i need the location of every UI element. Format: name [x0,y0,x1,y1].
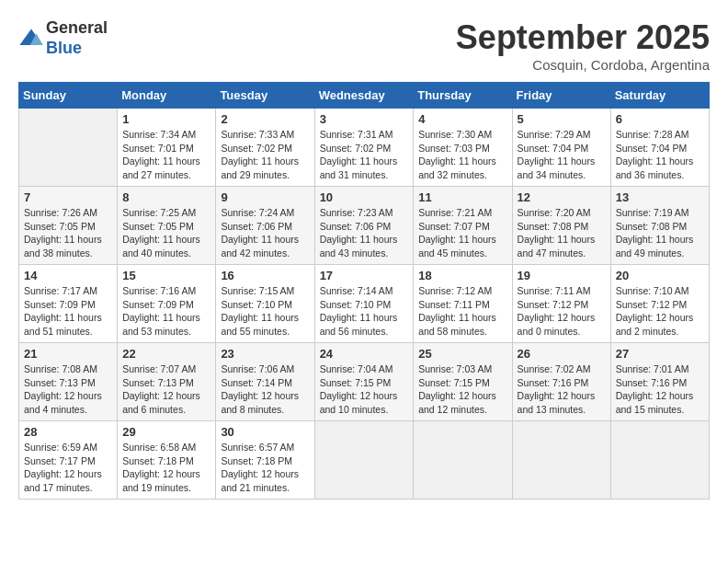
day-info: Sunrise: 7:31 AMSunset: 7:02 PMDaylight:… [320,128,409,182]
day-info: Sunrise: 7:23 AMSunset: 7:06 PMDaylight:… [320,206,409,260]
calendar-cell: 4Sunrise: 7:30 AMSunset: 7:03 PMDaylight… [414,109,512,187]
day-number: 6 [616,112,704,126]
day-info: Sunrise: 7:15 AMSunset: 7:10 PMDaylight:… [221,284,309,339]
day-number: 24 [320,347,409,361]
day-number: 8 [122,190,210,204]
day-info: Sunrise: 7:14 AMSunset: 7:10 PMDaylight:… [320,284,409,339]
day-number: 18 [418,269,506,282]
calendar-cell: 28Sunrise: 6:59 AMSunset: 7:17 PMDayligh… [19,421,118,500]
calendar-cell: 30Sunrise: 6:57 AMSunset: 7:18 PMDayligh… [216,421,314,500]
calendar-cell: 14Sunrise: 7:17 AMSunset: 7:09 PMDayligh… [19,265,118,343]
day-info: Sunrise: 7:06 AMSunset: 7:14 PMDaylight:… [221,362,309,417]
day-number: 15 [122,269,210,282]
weekday-header-friday: Friday [512,83,610,109]
week-row-3: 14Sunrise: 7:17 AMSunset: 7:09 PMDayligh… [19,265,710,343]
calendar-cell: 13Sunrise: 7:19 AMSunset: 7:08 PMDayligh… [610,187,709,265]
page-header: General Blue September 2025 Cosquin, Cor… [18,18,710,73]
day-number: 7 [24,190,112,204]
day-number: 29 [122,425,210,439]
day-info: Sunrise: 7:04 AMSunset: 7:15 PMDaylight:… [320,362,409,417]
weekday-header-sunday: Sunday [19,83,118,109]
calendar-cell [610,421,709,500]
logo-general-text: General [46,18,108,39]
day-info: Sunrise: 7:34 AMSunset: 7:01 PMDaylight:… [122,128,210,182]
day-info: Sunrise: 7:21 AMSunset: 7:07 PMDaylight:… [418,206,506,260]
location-text: Cosquin, Cordoba, Argentina [456,57,710,73]
day-info: Sunrise: 7:26 AMSunset: 7:05 PMDaylight:… [24,206,112,260]
calendar-cell [512,421,610,500]
calendar-cell: 6Sunrise: 7:28 AMSunset: 7:04 PMDaylight… [610,109,709,187]
day-number: 2 [221,112,309,126]
calendar-cell: 17Sunrise: 7:14 AMSunset: 7:10 PMDayligh… [314,265,414,343]
day-info: Sunrise: 7:07 AMSunset: 7:13 PMDaylight:… [122,362,210,417]
logo-icon [18,26,44,52]
calendar-cell: 16Sunrise: 7:15 AMSunset: 7:10 PMDayligh… [216,265,314,343]
calendar-cell: 22Sunrise: 7:07 AMSunset: 7:13 PMDayligh… [118,343,216,421]
week-row-2: 7Sunrise: 7:26 AMSunset: 7:05 PMDaylight… [19,187,710,265]
day-info: Sunrise: 7:17 AMSunset: 7:09 PMDaylight:… [24,284,112,339]
day-info: Sunrise: 7:29 AMSunset: 7:04 PMDaylight:… [518,128,606,182]
calendar-cell: 5Sunrise: 7:29 AMSunset: 7:04 PMDaylight… [512,109,610,187]
day-number: 14 [24,269,112,282]
calendar-cell: 15Sunrise: 7:16 AMSunset: 7:09 PMDayligh… [118,265,216,343]
calendar-cell: 2Sunrise: 7:33 AMSunset: 7:02 PMDaylight… [216,109,314,187]
day-info: Sunrise: 7:01 AMSunset: 7:16 PMDaylight:… [616,362,704,417]
calendar-cell: 10Sunrise: 7:23 AMSunset: 7:06 PMDayligh… [314,187,414,265]
day-number: 13 [616,190,704,204]
calendar-cell: 18Sunrise: 7:12 AMSunset: 7:11 PMDayligh… [414,265,512,343]
calendar-cell: 25Sunrise: 7:03 AMSunset: 7:15 PMDayligh… [414,343,512,421]
title-block: September 2025 Cosquin, Cordoba, Argenti… [456,18,710,73]
calendar-cell [314,421,414,500]
day-info: Sunrise: 7:20 AMSunset: 7:08 PMDaylight:… [518,206,606,260]
week-row-5: 28Sunrise: 6:59 AMSunset: 7:17 PMDayligh… [19,421,710,500]
day-number: 19 [518,269,606,282]
day-number: 25 [418,347,506,361]
calendar-cell: 21Sunrise: 7:08 AMSunset: 7:13 PMDayligh… [19,343,118,421]
day-number: 17 [320,269,409,282]
day-info: Sunrise: 7:30 AMSunset: 7:03 PMDaylight:… [418,128,506,182]
calendar-table: SundayMondayTuesdayWednesdayThursdayFrid… [18,82,710,500]
calendar-cell: 24Sunrise: 7:04 AMSunset: 7:15 PMDayligh… [314,343,414,421]
day-number: 4 [418,112,506,126]
day-info: Sunrise: 7:28 AMSunset: 7:04 PMDaylight:… [616,128,704,182]
day-number: 9 [221,190,309,204]
calendar-cell: 8Sunrise: 7:25 AMSunset: 7:05 PMDaylight… [118,187,216,265]
calendar-cell [19,109,118,187]
day-number: 20 [616,269,704,282]
day-info: Sunrise: 7:02 AMSunset: 7:16 PMDaylight:… [518,362,606,417]
weekday-header-tuesday: Tuesday [216,83,314,109]
day-number: 30 [221,425,309,439]
day-number: 16 [221,269,309,282]
day-info: Sunrise: 7:08 AMSunset: 7:13 PMDaylight:… [24,362,112,417]
day-number: 22 [122,347,210,361]
logo-blue-text: Blue [46,39,108,59]
day-number: 3 [320,112,409,126]
weekday-header-thursday: Thursday [414,83,512,109]
calendar-cell: 3Sunrise: 7:31 AMSunset: 7:02 PMDaylight… [314,109,414,187]
day-info: Sunrise: 7:33 AMSunset: 7:02 PMDaylight:… [221,128,309,182]
calendar-cell: 26Sunrise: 7:02 AMSunset: 7:16 PMDayligh… [512,343,610,421]
day-info: Sunrise: 7:16 AMSunset: 7:09 PMDaylight:… [122,284,210,339]
calendar-cell: 12Sunrise: 7:20 AMSunset: 7:08 PMDayligh… [512,187,610,265]
day-number: 23 [221,347,309,361]
day-info: Sunrise: 6:57 AMSunset: 7:18 PMDaylight:… [221,441,309,495]
calendar-cell: 7Sunrise: 7:26 AMSunset: 7:05 PMDaylight… [19,187,118,265]
day-number: 1 [122,112,210,126]
weekday-header-saturday: Saturday [610,83,709,109]
day-number: 11 [418,190,506,204]
calendar-cell: 19Sunrise: 7:11 AMSunset: 7:12 PMDayligh… [512,265,610,343]
day-info: Sunrise: 7:19 AMSunset: 7:08 PMDaylight:… [616,206,704,260]
day-info: Sunrise: 6:58 AMSunset: 7:18 PMDaylight:… [122,441,210,495]
day-info: Sunrise: 7:12 AMSunset: 7:11 PMDaylight:… [418,284,506,339]
calendar-cell: 11Sunrise: 7:21 AMSunset: 7:07 PMDayligh… [414,187,512,265]
calendar-cell: 23Sunrise: 7:06 AMSunset: 7:14 PMDayligh… [216,343,314,421]
calendar-cell: 20Sunrise: 7:10 AMSunset: 7:12 PMDayligh… [610,265,709,343]
day-info: Sunrise: 6:59 AMSunset: 7:17 PMDaylight:… [24,441,112,495]
calendar-cell: 27Sunrise: 7:01 AMSunset: 7:16 PMDayligh… [610,343,709,421]
day-info: Sunrise: 7:10 AMSunset: 7:12 PMDaylight:… [616,284,704,339]
month-title: September 2025 [456,18,710,57]
calendar-cell: 9Sunrise: 7:24 AMSunset: 7:06 PMDaylight… [216,187,314,265]
day-number: 21 [24,347,112,361]
day-number: 12 [518,190,606,204]
day-number: 5 [518,112,606,126]
